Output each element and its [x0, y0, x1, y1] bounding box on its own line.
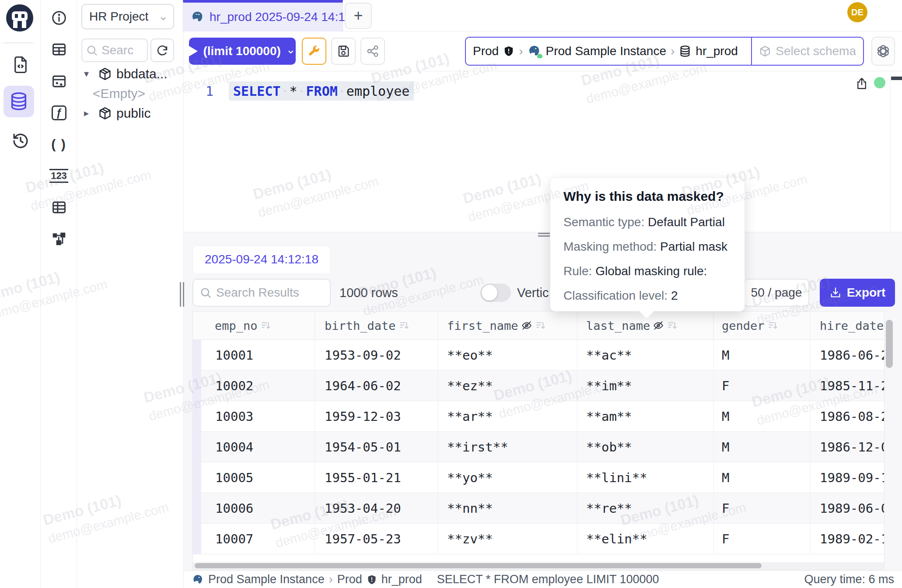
whitespace-dot: · — [339, 86, 345, 96]
cell[interactable]: 1959-12-03 — [315, 401, 438, 431]
cell-masked[interactable]: **ar** — [438, 401, 577, 431]
cell-masked[interactable]: **eo** — [438, 340, 577, 370]
tool-views[interactable] — [41, 194, 77, 220]
cell[interactable]: 1989-09-1 — [810, 462, 884, 493]
cell-masked[interactable]: **ez** — [438, 371, 577, 401]
cell-masked[interactable]: **im** — [577, 371, 713, 401]
tooltip-row: Classification level: 2 — [563, 284, 731, 308]
cell[interactable]: M — [713, 401, 810, 431]
cell[interactable]: F — [713, 371, 810, 401]
cell-masked[interactable]: **lini** — [577, 462, 713, 493]
result-set-tab-label: 2025-09-24 14:12:18 — [205, 252, 318, 266]
cell-masked[interactable]: **am** — [577, 401, 713, 431]
tree-search-input[interactable]: Searc — [81, 38, 148, 62]
cell[interactable]: 1957-05-23 — [315, 524, 438, 554]
column-header-hire-date[interactable]: hire_date — [810, 312, 884, 340]
tree-node-public-schema[interactable]: ▸ public — [84, 106, 150, 121]
cell-masked[interactable]: **irst** — [438, 432, 577, 462]
sidebar-item-worksheets[interactable] — [0, 49, 41, 80]
cell[interactable]: M — [713, 340, 810, 370]
cell[interactable]: 1953-09-02 — [315, 340, 438, 370]
tool-schema-diagram[interactable] — [41, 226, 77, 252]
cell-masked[interactable]: **re** — [577, 493, 713, 523]
cell[interactable]: 1989-02-1 — [810, 524, 884, 554]
vertical-display-toggle[interactable] — [480, 284, 511, 302]
format-sql-button[interactable] — [302, 38, 326, 65]
tree-node-label: <Empty> — [93, 86, 145, 101]
cell[interactable]: 10005 — [201, 462, 315, 493]
tool-data-table[interactable] — [41, 68, 77, 94]
cell[interactable]: 1964-06-02 — [315, 371, 438, 401]
sql-editor[interactable]: 1 SELECT · * · FROM · employee — [184, 71, 902, 232]
ai-assistant-button[interactable] — [871, 37, 895, 66]
new-tab-button[interactable]: + — [345, 3, 372, 29]
cell[interactable]: 10007 — [201, 524, 315, 554]
cell[interactable]: 10002 — [201, 371, 315, 401]
result-set-tab[interactable]: 2025-09-24 14:12:18 — [192, 245, 331, 273]
cell-masked[interactable]: **yo** — [438, 462, 577, 493]
panel-resize-handle[interactable] — [180, 282, 186, 308]
tree-node-database[interactable]: ▾ bbdata... — [84, 66, 168, 81]
horizontal-scrollbar-thumb[interactable] — [195, 563, 762, 568]
sidebar-item-database-active[interactable] — [3, 86, 34, 117]
breadcrumb-env[interactable]: Prod — [473, 44, 499, 58]
sort-icon[interactable] — [767, 320, 779, 331]
export-button[interactable]: Export — [820, 279, 895, 307]
cell[interactable]: 10006 — [201, 493, 315, 523]
tool-tables[interactable] — [41, 36, 77, 63]
sort-icon[interactable] — [399, 320, 410, 331]
cell[interactable]: 10001 — [201, 340, 315, 370]
cell[interactable]: M — [713, 432, 810, 462]
cell[interactable]: 1986-06-2 — [810, 340, 884, 370]
cell[interactable]: 1986-12-0 — [810, 432, 884, 462]
breadcrumb-instance[interactable]: Prod Sample Instance — [545, 44, 666, 58]
cell[interactable]: 10004 — [201, 432, 315, 462]
tool-parentheses[interactable]: ( ) — [41, 131, 77, 158]
save-button[interactable] — [331, 38, 356, 65]
tool-functions[interactable]: ƒ — [41, 100, 77, 126]
sidebar-item-history[interactable] — [0, 125, 41, 157]
connection-breadcrumb[interactable]: Prod › Prod Sample Instance › — [465, 37, 864, 66]
sort-icon[interactable] — [667, 320, 678, 331]
column-header-first-name[interactable]: first_name — [438, 312, 577, 340]
cell-masked[interactable]: **elin** — [577, 524, 713, 554]
breadcrumb-database[interactable]: hr_prod — [696, 44, 738, 58]
cell[interactable]: F — [713, 493, 810, 523]
bytebase-logo-icon[interactable] — [6, 4, 33, 32]
column-header-gender[interactable]: gender — [713, 312, 810, 340]
column-header-birth-date[interactable]: birth_date — [315, 312, 438, 340]
page-size-select[interactable]: 50 / page — [744, 279, 809, 307]
cell[interactable]: 1955-01-21 — [315, 462, 438, 493]
schema-select[interactable]: Select schema — [751, 38, 863, 65]
sort-icon[interactable] — [535, 320, 546, 331]
tool-info[interactable] — [41, 5, 77, 31]
cell[interactable]: 1985-11-2 — [810, 371, 884, 401]
function-icon: ƒ — [52, 105, 66, 120]
run-query-button[interactable]: (limit 100000) ⌄ — [189, 38, 296, 65]
cell[interactable]: M — [713, 462, 810, 493]
shield-icon — [367, 574, 377, 585]
cell-masked[interactable]: **ob** — [577, 432, 713, 462]
cell-masked[interactable]: **nn** — [438, 493, 577, 523]
cell[interactable]: 1986-08-2 — [810, 401, 884, 431]
cell[interactable]: 1953-04-20 — [315, 493, 438, 523]
tab-active-worksheet[interactable]: hr_prod 2025-09-24 14:12 ● — [183, 0, 343, 32]
editor-scrollbar-thumb[interactable] — [891, 77, 902, 80]
vertical-scrollbar-thumb[interactable] — [886, 320, 893, 368]
cell-masked[interactable]: **zv** — [438, 524, 577, 554]
tool-sequences[interactable]: 123 — [41, 163, 77, 189]
cell[interactable]: F — [713, 524, 810, 554]
results-search-input[interactable]: Search Results — [192, 279, 331, 307]
upload-sheet-button[interactable] — [855, 77, 868, 90]
project-selector[interactable]: HR Project ⌄ — [81, 4, 174, 29]
share-button[interactable] — [360, 38, 385, 65]
cell[interactable]: 1954-05-01 — [315, 432, 438, 462]
cell[interactable]: 10003 — [201, 401, 315, 431]
sort-icon[interactable] — [260, 320, 272, 331]
horizontal-scrollbar[interactable] — [193, 562, 885, 570]
avatar[interactable]: DE — [847, 2, 867, 22]
cell[interactable]: 1989-06-0 — [810, 493, 884, 523]
cell-masked[interactable]: **ac** — [577, 340, 713, 370]
refresh-button[interactable] — [150, 38, 174, 62]
column-header-emp-no[interactable]: emp_no — [193, 312, 315, 340]
